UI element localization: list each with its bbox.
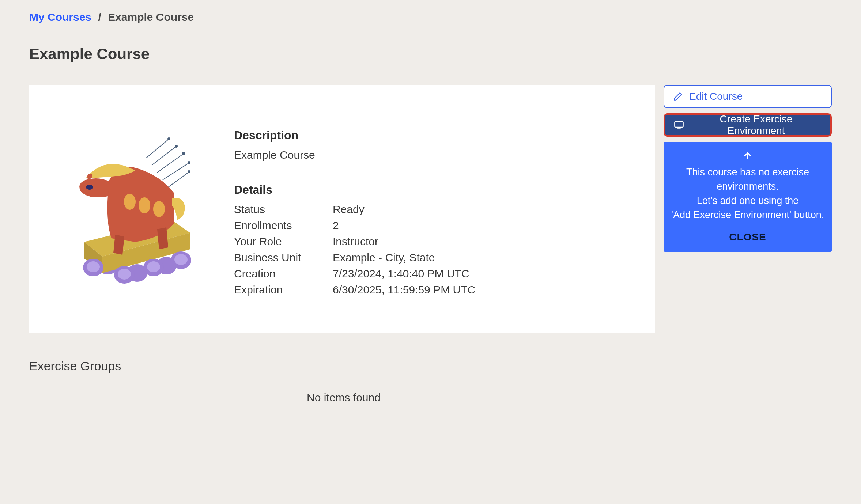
tip-close-button[interactable]: CLOSE [671, 230, 824, 245]
breadcrumb-separator: / [98, 11, 101, 23]
course-illustration [51, 129, 205, 311]
svg-point-17 [124, 194, 136, 210]
tip-text-line-1: This course has no exercise environments… [671, 165, 824, 194]
detail-value-status: Ready [333, 203, 633, 216]
exercise-groups-empty: No items found [29, 391, 658, 404]
course-card: Description Example Course Details Statu… [29, 85, 655, 333]
svg-point-13 [147, 261, 160, 272]
exercise-groups-heading: Exercise Groups [29, 359, 832, 373]
svg-point-1 [175, 145, 177, 147]
monitor-icon [674, 120, 684, 130]
svg-rect-20 [675, 122, 683, 127]
svg-point-2 [182, 152, 185, 155]
detail-value-role: Instructor [333, 235, 633, 248]
breadcrumb-link-my-courses[interactable]: My Courses [29, 11, 91, 23]
svg-point-18 [139, 197, 150, 213]
detail-label-status: Status [234, 203, 333, 216]
breadcrumb-current: Example Course [108, 11, 194, 23]
description-text: Example Course [234, 149, 633, 161]
details-heading: Details [234, 183, 633, 197]
detail-label-role: Your Role [234, 235, 333, 248]
svg-point-3 [188, 162, 190, 164]
detail-label-creation: Creation [234, 268, 333, 280]
detail-value-business-unit: Example - City, State [333, 251, 633, 264]
tip-text-line-3: 'Add Exercise Environment' button. [671, 208, 824, 222]
action-sidebar: Edit Course Create Exercise Environment … [664, 85, 832, 252]
arrow-up-icon [742, 151, 753, 162]
svg-point-9 [87, 261, 100, 272]
detail-value-enrollments: 2 [333, 219, 633, 232]
svg-point-0 [168, 138, 170, 140]
breadcrumb: My Courses / Example Course [29, 11, 832, 23]
svg-point-11 [118, 269, 131, 280]
create-exercise-environment-label: Create Exercise Environment [691, 113, 822, 137]
svg-point-4 [188, 171, 190, 173]
detail-label-enrollments: Enrollments [234, 219, 333, 232]
pencil-icon [673, 92, 683, 101]
detail-value-expiration: 6/30/2025, 11:59:59 PM UTC [333, 284, 633, 296]
description-heading: Description [234, 129, 633, 142]
details-grid: Status Ready Enrollments 2 Your Role Ins… [234, 203, 633, 296]
page-title: Example Course [29, 45, 832, 63]
detail-label-business-unit: Business Unit [234, 251, 333, 264]
edit-course-button[interactable]: Edit Course [664, 85, 832, 108]
tip-text-line-2: Let's add one using the [671, 194, 824, 208]
trojan-horse-icon [51, 129, 205, 289]
svg-point-19 [153, 201, 165, 217]
edit-course-label: Edit Course [689, 91, 743, 102]
svg-point-16 [86, 185, 93, 190]
tip-callout: This course has no exercise environments… [664, 142, 832, 252]
svg-point-15 [174, 254, 188, 265]
detail-value-creation: 7/23/2024, 1:40:40 PM UTC [333, 268, 633, 280]
create-exercise-environment-button[interactable]: Create Exercise Environment [664, 113, 832, 137]
detail-label-expiration: Expiration [234, 284, 333, 296]
